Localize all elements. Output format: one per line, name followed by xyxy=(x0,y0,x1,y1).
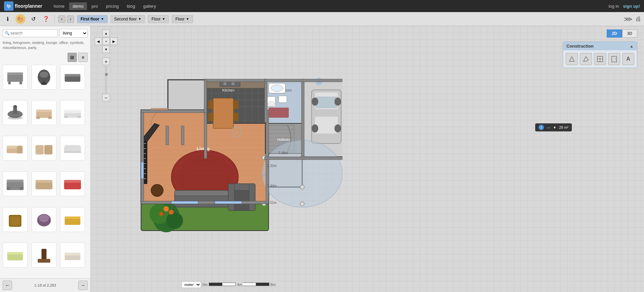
svg-point-94 xyxy=(268,102,275,106)
svg-point-121 xyxy=(164,206,169,212)
floor-tab-second-arrow: ▼ xyxy=(138,17,141,21)
svg-rect-156 xyxy=(228,184,234,211)
pan-up-button[interactable]: ▲ xyxy=(102,30,110,37)
info-button[interactable]: ℹ xyxy=(3,14,13,24)
floor-prev-btn[interactable]: ‹ xyxy=(58,15,65,23)
nav-pro[interactable]: pro xyxy=(88,2,101,10)
floor-tab-first-label: First floor xyxy=(81,17,99,21)
svg-point-112 xyxy=(312,98,318,106)
list-item[interactable] xyxy=(32,171,56,196)
svg-rect-54 xyxy=(615,59,616,59)
svg-rect-26 xyxy=(44,145,52,155)
construction-collapse-button[interactable]: ▲ xyxy=(630,44,634,49)
svg-rect-173 xyxy=(141,110,205,113)
svg-point-92 xyxy=(271,85,283,92)
print-button[interactable]: 🖨 xyxy=(635,15,641,22)
zoom-in-button[interactable]: + xyxy=(102,58,110,65)
nav-home[interactable]: home xyxy=(50,2,68,10)
wall-tool-button[interactable] xyxy=(566,53,578,65)
nav-demo[interactable]: demo xyxy=(69,2,87,10)
view-mode-toggle: 2D 3D xyxy=(607,30,637,38)
list-item[interactable] xyxy=(60,136,85,161)
svg-rect-127 xyxy=(233,101,238,109)
scale-bar-graphic2 xyxy=(242,283,269,286)
svg-marker-49 xyxy=(584,57,588,61)
pan-center-button[interactable]: + xyxy=(102,38,110,45)
next-page-button[interactable]: → xyxy=(78,281,88,290)
refresh-button[interactable]: ↺ xyxy=(28,14,38,24)
floor-tab-third[interactable]: Floor ▼ xyxy=(148,15,169,23)
signup-link[interactable]: sign up! xyxy=(623,4,640,9)
pan-down-button[interactable]: ▼ xyxy=(102,46,110,53)
svg-rect-27 xyxy=(64,152,81,153)
nav-arrows: ▲ ◀ + ▶ ▼ xyxy=(95,30,118,53)
grid-view-button[interactable]: ⊞ xyxy=(67,53,77,62)
list-item[interactable] xyxy=(60,100,85,125)
text-tool-button[interactable]: A xyxy=(622,53,634,65)
share-button[interactable]: ⋙ xyxy=(624,15,633,23)
furniture-icon xyxy=(6,139,25,158)
floor-tab-fourth[interactable]: Floor ▼ xyxy=(172,15,193,23)
furniture-icon xyxy=(35,246,53,265)
floor-tab-second[interactable]: Second floor ▼ xyxy=(110,15,145,23)
dim-dropdown-arrow[interactable]: ▼ xyxy=(553,126,556,129)
list-item[interactable] xyxy=(3,243,28,268)
svg-point-115 xyxy=(334,124,341,132)
zoom-slider-thumb[interactable] xyxy=(105,73,108,76)
list-item[interactable] xyxy=(32,100,56,125)
svg-point-166 xyxy=(300,185,304,189)
nav-pricing[interactable]: pricing xyxy=(103,2,122,10)
furniture-icon xyxy=(63,68,82,86)
pagination: ← 1-18 of 2,283 → xyxy=(0,278,90,292)
zoom-out-button[interactable]: − xyxy=(102,94,110,101)
pan-left-button[interactable]: ◀ xyxy=(95,38,102,45)
list-item[interactable] xyxy=(3,65,28,90)
list-item[interactable] xyxy=(32,65,56,90)
svg-rect-171 xyxy=(141,201,269,204)
floorplan[interactable]: Kitchen Bathroom Hallway xyxy=(107,43,342,238)
list-item[interactable] xyxy=(3,171,28,196)
list-item[interactable] xyxy=(60,207,85,232)
room-tool-button[interactable] xyxy=(580,53,592,65)
list-item[interactable] xyxy=(60,65,85,90)
canvas-area[interactable]: 2D 3D Construction ▲ xyxy=(91,26,644,292)
help-button[interactable]: ❓ xyxy=(41,14,51,24)
search-input[interactable] xyxy=(3,29,58,37)
category-dropdown[interactable]: living bedroom kitchen bathroom office xyxy=(59,29,88,38)
svg-rect-125 xyxy=(213,98,233,128)
svg-rect-183 xyxy=(181,126,184,145)
door-tool-button[interactable] xyxy=(608,53,620,65)
app-logo: fp floorplanner xyxy=(4,1,42,11)
app-name: floorplanner xyxy=(15,3,42,9)
color-button[interactable]: 🎨 xyxy=(15,14,26,24)
list-item[interactable] xyxy=(60,171,85,196)
floor-tab-first[interactable]: First floor ▼ xyxy=(77,15,108,23)
svg-rect-17 xyxy=(48,116,52,119)
pan-right-button[interactable]: ▶ xyxy=(110,38,118,45)
nav-blog[interactable]: blog xyxy=(124,2,139,10)
furniture-icon xyxy=(63,246,82,265)
list-item[interactable] xyxy=(60,243,85,268)
list-item[interactable] xyxy=(3,100,28,125)
nav-gallery[interactable]: gallery xyxy=(140,2,159,10)
svg-point-7 xyxy=(41,83,47,85)
svg-rect-25 xyxy=(35,145,43,155)
list-item[interactable] xyxy=(3,136,28,161)
svg-rect-110 xyxy=(315,117,338,133)
svg-rect-95 xyxy=(279,96,287,103)
list-item[interactable] xyxy=(3,207,28,232)
window-tool-button[interactable] xyxy=(594,53,606,65)
list-view-button[interactable]: ≡ xyxy=(78,53,88,62)
list-item[interactable] xyxy=(32,243,56,268)
unit-selector[interactable]: meter feet xyxy=(181,281,201,288)
list-item[interactable] xyxy=(32,207,56,232)
construction-header: Construction ▲ xyxy=(563,42,637,50)
furniture-icon xyxy=(35,103,53,122)
svg-point-167 xyxy=(300,202,304,206)
floor-next-btn[interactable]: › xyxy=(67,15,74,23)
2d-mode-button[interactable]: 2D xyxy=(607,30,622,38)
prev-page-button[interactable]: ← xyxy=(3,281,12,290)
login-link[interactable]: log in xyxy=(608,4,619,9)
3d-mode-button[interactable]: 3D xyxy=(622,30,637,38)
list-item[interactable] xyxy=(32,136,56,161)
